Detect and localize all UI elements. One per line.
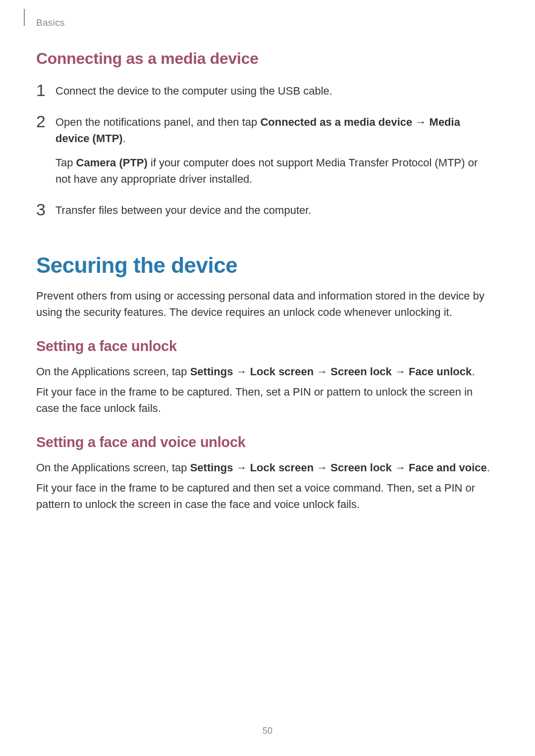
step-subtext: Tap Camera (PTP) if your computer does n… (55, 154, 495, 187)
face-voice-unlock-path: On the Applications screen, tap Settings… (36, 459, 495, 476)
face-unlock-path: On the Applications screen, tap Settings… (36, 363, 495, 380)
heading-face-voice-unlock: Setting a face and voice unlock (36, 434, 495, 451)
step-text: Transfer files between your device and t… (55, 202, 495, 218)
header-section-label: Basics (36, 17, 65, 28)
heading-connecting: Connecting as a media device (36, 50, 495, 68)
step-text: Connect the device to the computer using… (55, 83, 495, 99)
heading-securing: Securing the device (36, 253, 495, 278)
heading-face-unlock: Setting a face unlock (36, 338, 495, 354)
header-divider (24, 9, 25, 26)
step-number: 1 (36, 82, 53, 99)
securing-intro: Prevent others from using or accessing p… (36, 288, 495, 320)
step-3: 3 Transfer files between your device and… (36, 202, 495, 222)
face-voice-unlock-desc: Fit your face in the frame to be capture… (36, 480, 495, 512)
step-number: 2 (36, 113, 53, 130)
step-text: Open the notifications panel, and then t… (55, 114, 495, 147)
face-unlock-desc: Fit your face in the frame to be capture… (36, 384, 495, 416)
step-2: 2 Open the notifications panel, and then… (36, 114, 495, 191)
step-number: 3 (36, 201, 53, 218)
step-1: 1 Connect the device to the computer usi… (36, 83, 495, 103)
page-content: Connecting as a media device 1 Connect t… (0, 0, 535, 512)
page-number: 50 (263, 726, 272, 736)
